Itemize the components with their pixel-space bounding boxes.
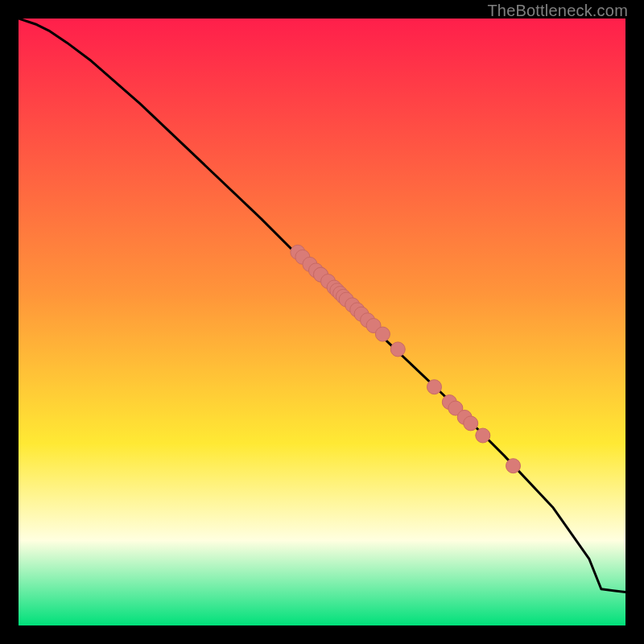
chart-stage: TheBottleneck.com	[0, 0, 644, 644]
data-point	[390, 342, 405, 357]
data-point	[464, 416, 478, 431]
data-point	[506, 459, 521, 473]
data-point	[375, 327, 390, 341]
data-point	[476, 428, 490, 443]
data-point	[427, 380, 441, 394]
bottleneck-chart	[19, 19, 625, 625]
gradient-background	[19, 19, 625, 625]
watermark-text: TheBottleneck.com	[487, 2, 628, 20]
